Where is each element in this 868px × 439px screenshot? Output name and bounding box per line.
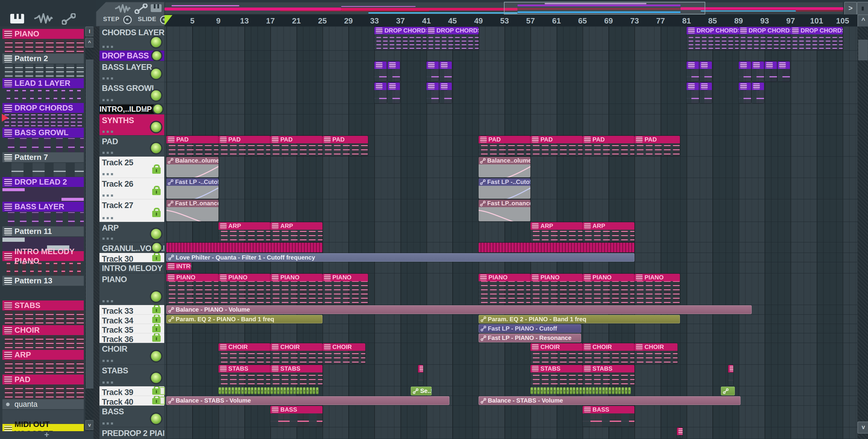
pattern-item-piano[interactable]: PIANO xyxy=(2,29,84,53)
track-header-arp[interactable]: ARP xyxy=(99,222,164,242)
pattern-item-pattern-7[interactable]: Pattern 7 xyxy=(2,153,84,177)
clip-header[interactable] xyxy=(374,82,387,90)
playlist-lane-track-35[interactable]: Fast LP - PIANO - Cutoff xyxy=(164,324,858,333)
playlist-lane-track-39[interactable]: Se..f xyxy=(164,386,858,396)
playlist-lane-bass[interactable]: BASSBASS xyxy=(164,406,858,427)
clip-header[interactable] xyxy=(388,82,400,90)
pattern-item-header[interactable]: Pattern 2 xyxy=(2,54,84,64)
clip-drop-chords[interactable]: DROP CHORDS xyxy=(427,27,478,50)
playlist-lane-drop-bass[interactable] xyxy=(164,50,858,61)
track-header-track-34[interactable]: Track 34 xyxy=(99,315,164,324)
clip-b-r[interactable] xyxy=(439,61,452,81)
automation-clip-fast-lp-piano-resonance[interactable]: Fast LP - PIANO - Resonance xyxy=(478,334,581,342)
pattern-item-header[interactable]: DROP LEAD 2 xyxy=(2,177,84,187)
clip-header[interactable] xyxy=(765,61,777,69)
track-led[interactable] xyxy=(151,351,161,361)
track-options-dots[interactable] xyxy=(102,152,115,154)
clip-ba-l[interactable] xyxy=(374,82,387,103)
playlist-lane-choir[interactable]: CHOIRCHOIRCHOIRCHOIRCHOIRCHOIR xyxy=(164,343,858,365)
clip-choir[interactable]: CHOIR xyxy=(583,343,635,364)
track-header-pad[interactable]: PAD xyxy=(99,135,164,157)
automation-clip-param-eq-2-piano-band-1-freq[interactable]: Param. EQ 2 - PIANO - Band 1 freq xyxy=(478,315,680,324)
track-lock-icon[interactable] xyxy=(152,317,161,323)
clip-header[interactable]: ARP xyxy=(583,222,635,230)
track-options-dots[interactable] xyxy=(102,131,115,133)
audio-wave-icon[interactable] xyxy=(34,13,53,24)
pattern-panel-detach-button[interactable]: I xyxy=(85,27,94,36)
song-minimap-scrollbar[interactable] xyxy=(164,2,843,14)
track-led[interactable] xyxy=(151,122,161,132)
track-led[interactable] xyxy=(151,37,161,47)
clip-header[interactable]: PAD xyxy=(270,136,322,143)
track-header-track-39[interactable]: Track 39 xyxy=(99,386,164,396)
clip-ba-wl[interactable] xyxy=(687,82,699,103)
track-header-track-30[interactable]: Track 30 xyxy=(99,253,164,262)
clip-pattern[interactable] xyxy=(677,428,683,438)
clip-piano[interactable]: PIANO xyxy=(270,274,322,304)
clip-header[interactable]: PAD xyxy=(583,136,635,143)
track-led[interactable] xyxy=(152,243,161,252)
track-header-bass[interactable]: BASS xyxy=(99,406,164,427)
automation-clip[interactable]: Fast LP..onance xyxy=(478,200,531,221)
clip-ba-wl[interactable] xyxy=(439,82,452,103)
clip-pad[interactable]: PAD xyxy=(166,136,218,156)
clip-header[interactable] xyxy=(388,61,400,69)
pattern-item-choir[interactable]: CHOIR xyxy=(2,325,84,349)
clip-b-r[interactable] xyxy=(752,61,764,81)
track-header-intro-ildup[interactable]: INTRO,..ILDUP xyxy=(99,104,164,114)
track-header-stabs[interactable]: STABS xyxy=(99,365,164,386)
clip-header[interactable] xyxy=(374,61,387,69)
track-led[interactable] xyxy=(153,104,162,113)
lane-start-marker[interactable] xyxy=(159,387,165,395)
pattern-item-bass-growl[interactable]: BASS GROWL xyxy=(2,128,84,152)
playlist-lane-track-34[interactable]: Param. EQ 2 - PIANO - Band 1 freq Param.… xyxy=(164,315,858,324)
clip-b-[interactable] xyxy=(700,61,712,81)
playlist-lane-stabs[interactable]: STABSSTABSSTABSSTABS xyxy=(164,365,858,386)
clip-header[interactable]: Balance..olume xyxy=(478,157,531,164)
clip-header[interactable]: DROP CHORDS xyxy=(790,27,843,34)
playlist-lane-synths[interactable] xyxy=(164,114,858,135)
audio-clip-granular-vocals[interactable] xyxy=(478,243,635,252)
automation-clip-fast-lp-piano-cutoff[interactable]: Fast LP - PIANO - Cutoff xyxy=(478,324,581,333)
playlist-lane-bass-growl[interactable] xyxy=(164,82,858,104)
clip-stabs[interactable]: STABS xyxy=(270,365,322,386)
clip-pad[interactable]: PAD xyxy=(478,136,531,156)
clip-stabs[interactable]: STABS xyxy=(530,365,583,386)
pattern-item-header[interactable]: PAD xyxy=(2,375,84,384)
track-header-piano[interactable]: PIANO xyxy=(99,273,164,305)
minimap-viewport[interactable] xyxy=(504,2,705,14)
track-led[interactable] xyxy=(151,90,161,101)
automation-clip[interactable]: Fast LP -..Cutoff xyxy=(166,178,218,199)
clip-header[interactable]: CHOIR xyxy=(218,343,271,351)
clip-header[interactable] xyxy=(752,61,764,69)
playlist-lane-chords-layer[interactable]: DROP CHORDSDROP CHORDSDROP CHORDSDROP CH… xyxy=(164,27,858,50)
clip-b-r[interactable] xyxy=(374,61,387,81)
track-header-track-27[interactable]: Track 27 xyxy=(99,199,164,222)
piano-roll-icon[interactable] xyxy=(151,4,161,12)
clip-header[interactable]: DROP CHORDS xyxy=(687,27,739,34)
pattern-panel-scroll-thumb[interactable] xyxy=(86,60,94,389)
playlist-lane-track-33[interactable]: Balance - PIANO - Volume xyxy=(164,305,858,315)
clip-header[interactable]: Fast LP..onance xyxy=(166,200,218,207)
playlist-lane-arp[interactable]: ARPARPARPARP xyxy=(164,222,858,242)
track-options-dots[interactable] xyxy=(102,381,115,383)
track-lock-icon[interactable] xyxy=(152,255,161,261)
automation-clip[interactable]: Fast LP..onance xyxy=(166,200,218,221)
pattern-item-header[interactable]: LEAD 1 LAYER xyxy=(2,78,84,88)
clip-header[interactable]: PAD xyxy=(218,136,271,143)
track-options-dots[interactable] xyxy=(102,77,115,79)
track-header-synths[interactable]: SYNTHS xyxy=(99,114,164,135)
pattern-item-pattern-13[interactable]: Pattern 13 xyxy=(2,276,84,300)
clip-choir[interactable]: CHOIR xyxy=(270,343,322,364)
pattern-item-header[interactable]: BASS LAYER xyxy=(2,202,84,212)
track-lock-icon[interactable] xyxy=(152,326,161,332)
clip-arp[interactable]: ARP xyxy=(270,222,322,242)
pattern-item-stabs[interactable]: STABS xyxy=(2,301,84,325)
song-start-marker[interactable] xyxy=(164,15,173,25)
track-led[interactable] xyxy=(151,69,161,79)
clip-header[interactable]: BASS xyxy=(270,406,322,413)
automation-clip-balance-stabs-volume[interactable]: Balance - STABS - Volume xyxy=(166,396,450,405)
playlist-lane-track-40[interactable]: Balance - STABS - Volume Balance - STABS… xyxy=(164,396,858,406)
clip-header[interactable]: Balance..olume xyxy=(166,157,218,164)
automation-clip-param-eq-2-piano-band-1-freq[interactable]: Param. EQ 2 - PIANO - Band 1 freq xyxy=(166,315,322,324)
